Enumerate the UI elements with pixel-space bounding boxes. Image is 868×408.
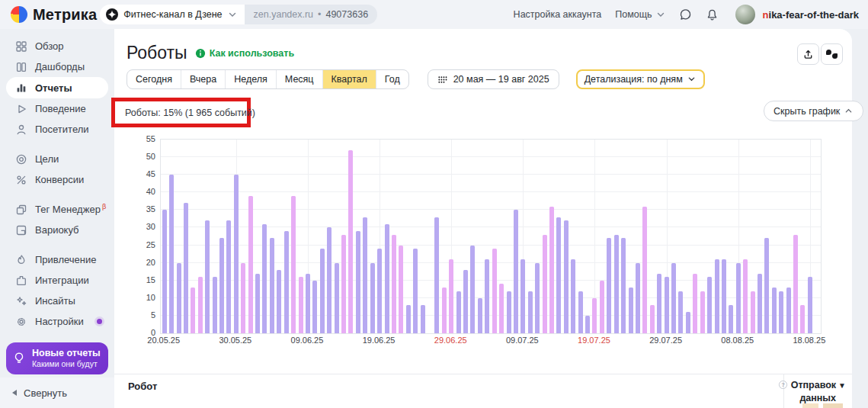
chart-bar-30.06.25[interactable]	[456, 291, 461, 333]
username[interactable]: nika-fear-of-the-dark	[763, 9, 859, 21]
period-tab-5[interactable]: Квартал	[322, 70, 376, 88]
sidebar-item-insights[interactable]: Инсайты	[0, 291, 114, 311]
detalization-dropdown[interactable]: Детализация: по дням	[576, 69, 705, 89]
chart-bar-17.08.25[interactable]	[800, 305, 805, 333]
sidebar-item-behavior[interactable]: Поведение	[0, 98, 114, 119]
chart-bar-28.07.25[interactable]	[657, 274, 661, 334]
chart-bar-07.08.25[interactable]	[729, 305, 733, 333]
sidebar-item-tag-manager[interactable]: Тег Менеджерβ	[0, 199, 114, 220]
user-avatar[interactable]	[735, 5, 755, 24]
chart-bar-28.06.25[interactable]	[442, 288, 447, 333]
chart-bar-15.07.25[interactable]	[564, 220, 569, 333]
chart-bar-02.07.25[interactable]	[470, 246, 475, 333]
date-range-button[interactable]: 20 мая — 19 авг 2025	[428, 69, 559, 89]
segments-button[interactable]	[821, 43, 843, 65]
chart-bar-27.06.25[interactable]	[434, 217, 439, 333]
chart-bar-23.07.25[interactable]	[621, 238, 626, 333]
chart-bar-13.08.25[interactable]	[772, 288, 777, 333]
period-tab-4[interactable]: Месяц	[276, 70, 322, 88]
sidebar-item-visitors[interactable]: Посетители	[0, 119, 114, 140]
chart-bar-17.07.25[interactable]	[578, 291, 583, 333]
chart-bar-12.07.25[interactable]	[543, 235, 547, 333]
chart-bar-14.06.25[interactable]	[341, 235, 346, 333]
sidebar-item-conversions[interactable]: Конверсии	[0, 169, 114, 190]
chart-bar-09.06.25[interactable]	[306, 274, 310, 334]
chart-bar-11.07.25[interactable]	[535, 263, 540, 333]
chart-bar-04.07.25[interactable]	[485, 259, 489, 333]
counter-dropdown[interactable]: Фитнес-канал в Дзене	[100, 5, 244, 24]
chart-bar-06.08.25[interactable]	[722, 259, 726, 333]
chart-bar-04.06.25[interactable]	[270, 238, 274, 333]
chart-bar-14.08.25[interactable]	[779, 291, 783, 333]
sidebar-item-goals[interactable]: Цели	[0, 149, 114, 169]
collapse-sidebar-button[interactable]: Свернуть	[0, 377, 114, 408]
chart-bar-07.07.25[interactable]	[507, 291, 511, 333]
chart-bar-12.08.25[interactable]	[764, 238, 769, 333]
chart-bar-28.05.25[interactable]	[219, 238, 224, 333]
chart-bar-14.07.25[interactable]	[556, 217, 561, 333]
chart-bar-18.07.25[interactable]	[585, 316, 590, 333]
chart-bar-08.07.25[interactable]	[514, 210, 518, 333]
period-tab-1[interactable]: Сегодня	[127, 70, 181, 88]
chart-bar-17.06.25[interactable]	[363, 217, 367, 333]
sidebar-item-acquisition[interactable]: Привлечение	[0, 249, 114, 270]
sidebar-item-dashboards[interactable]: Дашборды	[0, 56, 114, 77]
chart-bar-09.07.25[interactable]	[520, 259, 525, 333]
chart-bar-11.06.25[interactable]	[320, 249, 325, 333]
chart-bar-18.08.25[interactable]	[808, 277, 812, 333]
chart-bar-29.07.25[interactable]	[665, 277, 669, 333]
chart-bar-30.05.25[interactable]	[234, 175, 239, 333]
how-to-use-link[interactable]: Как использовать	[195, 48, 294, 59]
chart-bar-03.08.25[interactable]	[700, 291, 705, 333]
chart-bar-13.06.25[interactable]	[335, 263, 339, 333]
chart-bar-24.07.25[interactable]	[629, 288, 633, 333]
chart-bar-19.07.25[interactable]	[592, 298, 597, 333]
chart-bar-03.07.25[interactable]	[478, 298, 482, 333]
chart-bar-16.08.25[interactable]	[793, 235, 798, 333]
bell-icon[interactable]	[706, 8, 719, 21]
chart-bar-18.06.25[interactable]	[370, 263, 375, 333]
chart-bar-11.08.25[interactable]	[757, 274, 762, 334]
chart-bar-06.06.25[interactable]	[284, 231, 289, 333]
chart-bar-03.06.25[interactable]	[262, 224, 267, 333]
chart-bar-20.07.25[interactable]	[600, 281, 604, 333]
chart-bar-25.05.25[interactable]	[198, 277, 203, 333]
period-tab-6[interactable]: Год	[376, 70, 408, 88]
chart-bar-22.05.25[interactable]	[177, 263, 181, 333]
period-tab-2[interactable]: Вчера	[181, 70, 225, 88]
chart-bar-05.06.25[interactable]	[277, 270, 281, 333]
metrica-logo[interactable]: Метрика	[11, 6, 97, 24]
chart-bar-21.07.25[interactable]	[607, 238, 611, 333]
chat-icon[interactable]	[679, 8, 692, 21]
chart-bar-20.05.25[interactable]	[162, 210, 167, 333]
chart-bar-21.06.25[interactable]	[392, 235, 396, 333]
chart-bar-12.06.25[interactable]	[327, 227, 332, 333]
chart-bar-10.08.25[interactable]	[751, 291, 755, 333]
chart-bar-01.08.25[interactable]	[686, 312, 690, 333]
chart-bar-27.05.25[interactable]	[213, 277, 217, 333]
hide-chart-button[interactable]: Скрыть график	[764, 101, 863, 121]
chart-bar-27.07.25[interactable]	[650, 305, 655, 333]
sidebar-item-settings[interactable]: Настройки	[0, 311, 114, 332]
chart-bar-08.06.25[interactable]	[299, 277, 303, 333]
sidebar-item-reports[interactable]: Отчеты	[6, 77, 108, 98]
chart-bar-25.07.25[interactable]	[636, 263, 640, 333]
chart-bar-20.06.25[interactable]	[385, 224, 389, 333]
chart-bar-13.07.25[interactable]	[549, 207, 554, 333]
chart-bar-30.07.25[interactable]	[671, 263, 676, 333]
sidebar-item-overview[interactable]: Обзор	[0, 36, 114, 56]
chart-bar-19.06.25[interactable]	[377, 249, 382, 333]
sidebar-item-integrations[interactable]: Интеграции	[0, 270, 114, 291]
chart-bar-23.05.25[interactable]	[184, 203, 188, 333]
chart-bar-10.06.25[interactable]	[312, 281, 317, 333]
account-settings-link[interactable]: Настройка аккаунта	[514, 9, 602, 20]
chart-bar-05.08.25[interactable]	[715, 259, 719, 333]
chart-bar-21.05.25[interactable]	[169, 175, 174, 333]
chart-bar-22.06.25[interactable]	[399, 246, 403, 333]
chart-bar-22.07.25[interactable]	[614, 235, 619, 333]
chart-bar-01.06.25[interactable]	[248, 196, 253, 333]
chart-bar-02.08.25[interactable]	[693, 274, 697, 334]
chart-bar-26.07.25[interactable]	[642, 207, 647, 333]
chart-bar-04.08.25[interactable]	[707, 277, 712, 333]
period-tab-3[interactable]: Неделя	[225, 70, 276, 88]
